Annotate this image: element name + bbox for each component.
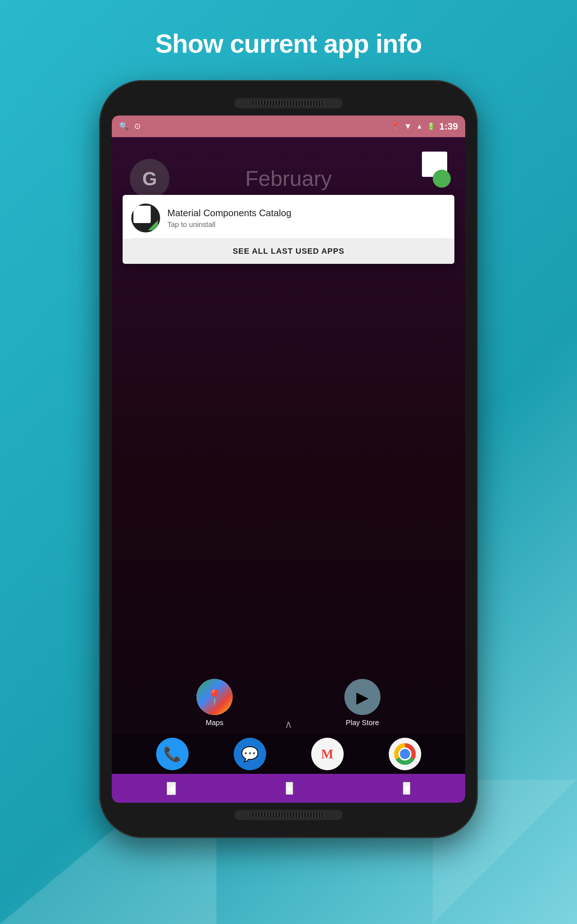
- fab-green[interactable]: [433, 170, 451, 188]
- playstore-icon[interactable]: ▶: [344, 679, 380, 715]
- chrome-dock-icon[interactable]: [389, 738, 421, 770]
- popup-app-name: Material Components Catalog: [167, 207, 446, 220]
- messages-dock-icon[interactable]: 💬: [234, 738, 266, 770]
- recents-button[interactable]: ■: [403, 782, 410, 795]
- device-frame: 🔍 ⊙ 📍 ▼ ▲ 🔋 1:39 February G: [99, 80, 478, 838]
- status-right-icons: 📍 ▼ ▲ 🔋 1:39: [390, 121, 458, 132]
- home-button[interactable]: ●: [285, 782, 293, 795]
- gmail-dock-icon[interactable]: M: [311, 738, 344, 770]
- maps-app-wrapper[interactable]: 📍 Maps: [197, 679, 233, 727]
- popup-subtitle: Tap to uninstall: [167, 221, 446, 229]
- status-bar: 🔍 ⊙ 📍 ▼ ▲ 🔋 1:39: [112, 115, 465, 137]
- location-icon: 📍: [390, 122, 400, 131]
- maps-label: Maps: [206, 719, 224, 727]
- bottom-dock: 📞 💬 M: [112, 734, 465, 774]
- status-left-icons: 🔍 ⊙: [119, 122, 141, 131]
- messages-icon: 💬: [241, 746, 259, 762]
- chrome-icon: [394, 743, 416, 765]
- back-button[interactable]: ◀: [167, 782, 176, 795]
- phone-icon: 📞: [163, 746, 181, 762]
- playstore-app-wrapper[interactable]: ▶ Play Store: [344, 679, 380, 727]
- see-all-last-used-apps-button[interactable]: SEE ALL LAST USED APPS: [122, 239, 455, 264]
- signal-icon: ▲: [416, 123, 423, 130]
- navigation-bar: ◀ ● ■: [112, 774, 465, 803]
- popup-header: Material Components Catalog Tap to unins…: [122, 195, 455, 238]
- circle-icon: ⊙: [134, 122, 141, 131]
- popup-text-area: Material Components Catalog Tap to unins…: [167, 207, 446, 229]
- speaker-bottom: [234, 810, 343, 820]
- wifi-icon: ▼: [404, 122, 412, 131]
- search-icon: 🔍: [119, 122, 129, 131]
- fab-area: [415, 152, 451, 188]
- playstore-label: Play Store: [346, 719, 379, 727]
- calendar-text: February: [245, 166, 332, 191]
- play-triangle: ▶: [356, 688, 369, 706]
- speaker-top: [234, 98, 343, 108]
- screen-content: February G Material Components Cata: [112, 137, 465, 803]
- gmail-icon: M: [321, 746, 334, 762]
- maps-inner-icon: 📍: [197, 679, 233, 715]
- screen: 🔍 ⊙ 📍 ▼ ▲ 🔋 1:39 February G: [112, 115, 465, 803]
- page-title: Show current app info: [155, 29, 422, 58]
- phone-dock-icon[interactable]: 📞: [156, 738, 189, 770]
- google-g-letter: G: [142, 168, 157, 189]
- maps-pin: 📍: [206, 689, 224, 706]
- maps-icon[interactable]: 📍: [197, 679, 233, 715]
- battery-icon: 🔋: [427, 122, 435, 130]
- status-time: 1:39: [439, 121, 458, 132]
- google-search-widget[interactable]: G: [130, 159, 169, 199]
- chevron-up-icon[interactable]: ∧: [285, 718, 292, 730]
- app-icon-container: [131, 204, 160, 233]
- mc-icon-green: [148, 220, 158, 230]
- app-info-popup: Material Components Catalog Tap to unins…: [122, 195, 455, 264]
